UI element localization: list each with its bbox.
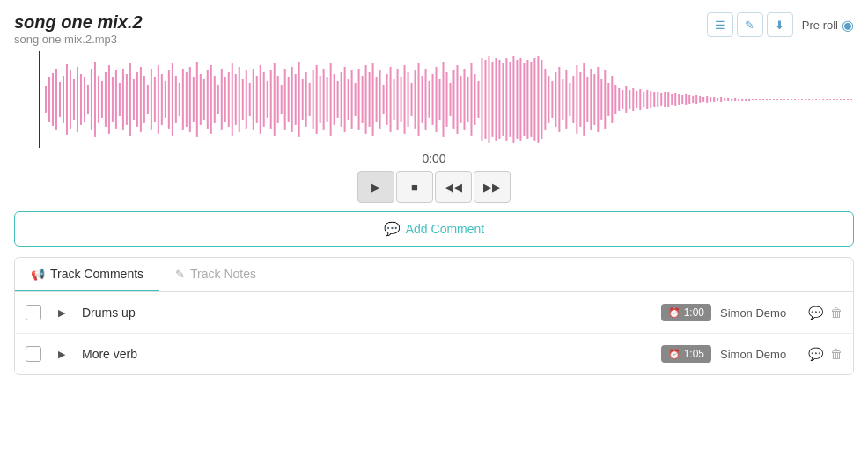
svg-rect-165 [625, 86, 627, 113]
svg-rect-193 [724, 98, 725, 101]
svg-rect-181 [681, 95, 683, 104]
table-row: ▶ Drums up ⏰ 1:00 Simon Demo 💬 🗑 [15, 292, 853, 334]
toggle-icon[interactable]: ◉ [842, 17, 854, 33]
svg-rect-86 [348, 79, 349, 120]
comment-checkbox-2[interactable] [26, 346, 41, 362]
svg-rect-194 [727, 98, 729, 101]
svg-rect-162 [614, 85, 616, 114]
svg-rect-94 [376, 77, 378, 122]
edit-icon-button[interactable]: ✎ [737, 12, 763, 37]
transport-section: 0:00 ▶ ■ ◀◀ ▶▶ [0, 151, 868, 203]
svg-rect-104 [411, 83, 413, 116]
svg-rect-43 [196, 62, 198, 137]
comment-reply-icon-1[interactable]: 💬 [808, 306, 823, 320]
svg-rect-137 [526, 60, 528, 139]
svg-rect-148 [565, 70, 567, 129]
svg-rect-48 [214, 76, 216, 123]
svg-rect-160 [607, 83, 609, 116]
rewind-icon: ◀◀ [445, 180, 462, 194]
svg-rect-208 [776, 99, 778, 100]
svg-rect-39 [182, 69, 184, 130]
download-icon-button[interactable]: ⬇ [767, 12, 793, 37]
svg-rect-68 [284, 69, 286, 130]
svg-rect-206 [769, 99, 771, 100]
waveform-container[interactable] [14, 51, 854, 148]
svg-rect-34 [165, 81, 166, 118]
svg-rect-22 [122, 69, 124, 130]
comment-play-button-2[interactable]: ▶ [50, 342, 73, 365]
comment-checkbox-1[interactable] [26, 305, 41, 320]
edit-icon: ✎ [745, 18, 754, 32]
svg-rect-27 [140, 67, 142, 132]
play-button[interactable]: ▶ [357, 171, 394, 203]
add-comment-button[interactable]: 💬 Add Comment [14, 211, 854, 247]
waveform[interactable] [45, 51, 854, 148]
comment-time-2: 1:05 [684, 348, 704, 360]
svg-rect-192 [720, 97, 722, 102]
svg-rect-9 [77, 67, 78, 132]
tab-notes-label: Track Notes [190, 267, 256, 281]
svg-rect-99 [394, 79, 395, 120]
svg-rect-184 [692, 96, 694, 103]
svg-rect-79 [323, 69, 325, 130]
play-icon: ▶ [58, 307, 65, 319]
svg-rect-226 [840, 99, 842, 100]
svg-rect-102 [404, 65, 406, 134]
svg-rect-179 [674, 93, 676, 106]
svg-rect-122 [474, 74, 475, 125]
tab-notes[interactable]: ✎ Track Notes [159, 258, 272, 291]
svg-rect-89 [358, 69, 360, 130]
svg-rect-222 [826, 99, 828, 100]
svg-rect-155 [590, 69, 592, 130]
svg-rect-116 [452, 70, 454, 129]
svg-rect-118 [460, 76, 461, 123]
rewind-button[interactable]: ◀◀ [435, 171, 472, 203]
svg-rect-228 [847, 99, 849, 100]
svg-rect-42 [193, 77, 195, 122]
time-display: 0:00 [422, 151, 445, 166]
svg-rect-225 [836, 99, 838, 100]
svg-rect-97 [386, 74, 388, 125]
stop-button[interactable]: ■ [396, 171, 433, 203]
svg-rect-172 [650, 91, 651, 108]
svg-rect-146 [558, 67, 560, 132]
svg-rect-53 [232, 63, 233, 136]
svg-rect-87 [351, 70, 353, 129]
svg-rect-186 [699, 96, 701, 103]
svg-rect-1 [48, 77, 50, 122]
svg-rect-176 [664, 92, 666, 107]
svg-rect-187 [702, 97, 704, 102]
svg-rect-150 [572, 76, 574, 123]
svg-rect-88 [355, 83, 357, 116]
svg-rect-96 [383, 85, 385, 114]
svg-rect-127 [491, 62, 493, 137]
fast-forward-button[interactable]: ▶▶ [474, 171, 511, 203]
svg-rect-113 [443, 62, 445, 137]
svg-rect-73 [302, 79, 304, 120]
svg-rect-26 [136, 72, 138, 127]
comment-reply-icon-2[interactable]: 💬 [808, 347, 823, 361]
svg-rect-46 [207, 70, 209, 129]
comment-delete-icon-2[interactable]: 🗑 [830, 347, 842, 361]
download-icon: ⬇ [775, 18, 784, 32]
svg-rect-28 [143, 76, 145, 123]
svg-rect-119 [463, 69, 465, 130]
svg-rect-161 [611, 76, 613, 123]
tab-comments[interactable]: 📢 Track Comments [15, 258, 159, 291]
filename: song one mix.2.mp3 [14, 33, 143, 46]
svg-rect-188 [706, 96, 708, 103]
svg-rect-121 [470, 63, 472, 136]
tabs-section: 📢 Track Comments ✎ Track Notes ▶ Drums u… [14, 257, 854, 375]
comment-actions-2: 💬 🗑 [808, 347, 842, 361]
svg-rect-133 [512, 56, 514, 143]
svg-rect-93 [372, 63, 374, 136]
comment-delete-icon-1[interactable]: 🗑 [830, 306, 842, 320]
svg-rect-98 [390, 67, 392, 132]
list-icon-button[interactable]: ☰ [707, 12, 733, 37]
title-block: song one mix.2 song one mix.2.mp3 [14, 12, 143, 46]
svg-rect-207 [773, 99, 775, 100]
svg-rect-58 [249, 83, 251, 116]
comment-play-button-1[interactable]: ▶ [50, 301, 73, 324]
svg-rect-199 [745, 99, 747, 101]
svg-rect-198 [741, 99, 743, 101]
